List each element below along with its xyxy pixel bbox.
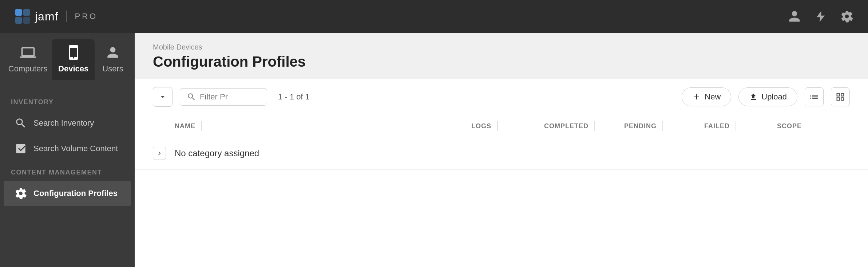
new-button-label: New [705, 92, 721, 102]
col-header-scope: SCOPE [777, 121, 850, 131]
settings-icon[interactable] [840, 10, 853, 23]
grid-view-button[interactable] [831, 87, 850, 106]
sidebar-item-search-volume-content[interactable]: Search Volume Content [4, 136, 131, 161]
row-name-cell: No category assigned [175, 148, 471, 158]
upload-button-label: Upload [761, 92, 787, 102]
toolbar: 1 - 1 of 1 New Upload [135, 79, 868, 115]
jamf-logo-icon [15, 8, 31, 24]
device-icon [66, 44, 82, 60]
app-product: PRO [75, 12, 98, 21]
volume-icon [15, 142, 27, 155]
chevron-right-icon [156, 150, 163, 157]
col-header-failed: FAILED [704, 121, 777, 131]
collapse-button[interactable] [153, 87, 173, 107]
app-name: jamf [35, 10, 58, 23]
sidebar-item-configuration-profiles[interactable]: Configuration Profiles [4, 181, 131, 206]
upload-icon [749, 93, 758, 101]
sidebar-item-search-inventory[interactable]: Search Inventory [4, 110, 131, 136]
main-content: Mobile Devices Configuration Profiles 1 … [135, 33, 868, 267]
sidebar-item-configuration-profiles-label: Configuration Profiles [33, 189, 118, 198]
col-divider-5 [736, 121, 736, 131]
grid-view-icon [835, 92, 845, 102]
svg-rect-1 [23, 9, 30, 16]
tab-computers-label: Computers [8, 64, 48, 74]
computer-icon [20, 44, 36, 60]
tab-users[interactable]: Users [95, 39, 131, 80]
col-divider-3 [594, 121, 595, 131]
main-layout: Computers Devices Users INVENTORY [0, 33, 868, 267]
col-header-pending: PENDING [624, 121, 704, 131]
col-header-completed: COMPLETED [544, 121, 624, 131]
upload-button[interactable]: Upload [738, 87, 797, 106]
search-icon [15, 117, 27, 129]
col-divider-4 [662, 121, 663, 131]
col-completed-label: COMPLETED [544, 122, 588, 130]
col-name-label: NAME [175, 122, 195, 130]
new-button[interactable]: New [682, 87, 731, 106]
users-icon [105, 44, 121, 60]
tab-computers[interactable]: Computers [4, 39, 52, 80]
top-bar: jamf PRO [0, 0, 868, 33]
sidebar: Computers Devices Users INVENTORY [0, 33, 135, 267]
col-divider-2 [497, 121, 498, 131]
top-bar-actions [788, 10, 853, 23]
user-icon[interactable] [788, 10, 801, 23]
filter-search-icon [187, 92, 196, 102]
tab-devices-label: Devices [58, 64, 88, 74]
table-header-expand [153, 121, 175, 131]
chevron-down-icon [158, 93, 167, 101]
svg-rect-3 [23, 17, 30, 24]
tab-users-label: Users [102, 64, 123, 74]
table-header: NAME LOGS COMPLETED PENDING FAILED [135, 115, 868, 137]
page-title: Configuration Profiles [153, 54, 850, 70]
col-logs-label: LOGS [471, 122, 491, 130]
lightning-icon[interactable] [814, 10, 827, 23]
sidebar-item-search-inventory-label: Search Inventory [33, 118, 94, 128]
col-header-logs: LOGS [471, 121, 544, 131]
logo-divider [66, 11, 67, 22]
config-profiles-icon [15, 187, 27, 200]
tab-devices[interactable]: Devices [52, 39, 95, 80]
col-scope-label: SCOPE [777, 122, 802, 130]
col-divider-1 [201, 121, 202, 131]
row-expand-button[interactable] [153, 147, 166, 160]
filter-input[interactable] [200, 92, 251, 102]
list-view-icon [809, 92, 819, 102]
data-table: NAME LOGS COMPLETED PENDING FAILED [135, 115, 868, 267]
section-title-content-management: CONTENT MANAGEMENT [0, 161, 135, 181]
breadcrumb: Mobile Devices [153, 43, 850, 51]
list-view-button[interactable] [805, 87, 824, 106]
nav-tabs: Computers Devices Users [0, 33, 135, 80]
col-failed-label: FAILED [704, 122, 730, 130]
sidebar-item-search-volume-content-label: Search Volume Content [33, 144, 118, 153]
svg-rect-0 [15, 9, 22, 16]
table-row: No category assigned [135, 137, 868, 170]
col-header-name: NAME [175, 121, 471, 131]
svg-rect-2 [15, 17, 22, 24]
section-title-inventory: INVENTORY [0, 91, 135, 110]
app-logo: jamf PRO [15, 8, 98, 24]
filter-input-wrap [180, 88, 267, 106]
record-count: 1 - 1 of 1 [278, 92, 310, 102]
page-header: Mobile Devices Configuration Profiles [135, 33, 868, 79]
sidebar-content: INVENTORY Search Inventory Search Volume… [0, 80, 135, 267]
col-pending-label: PENDING [624, 122, 657, 130]
plus-icon [692, 93, 701, 101]
